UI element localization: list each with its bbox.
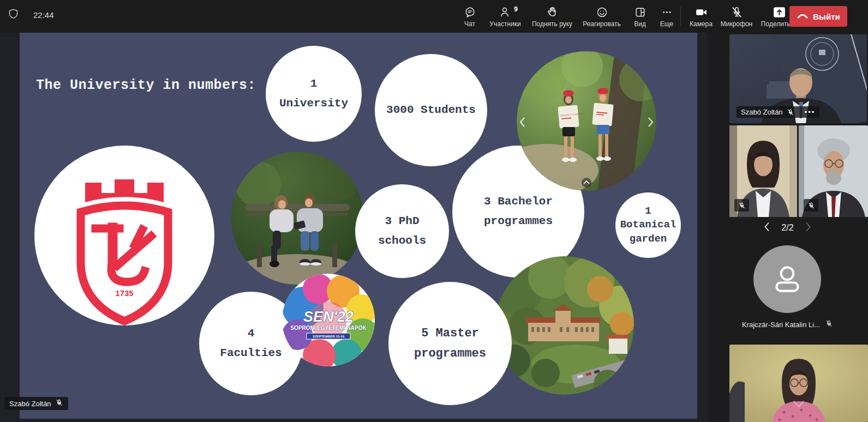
- microphone-button[interactable]: Микрофон: [717, 0, 756, 33]
- stat-faculties: 4 Faculties: [220, 324, 282, 363]
- stat-phd: 3 PhD schools: [378, 212, 426, 250]
- avatar[interactable]: [753, 245, 821, 313]
- stat-circle-master: 5 Master programmes: [388, 282, 512, 405]
- stat-university: 1 University: [279, 74, 348, 113]
- slide-title: The University in numbers:: [36, 77, 256, 93]
- stat-students: 3000 Students: [386, 100, 476, 120]
- clock: 22:44: [33, 10, 54, 20]
- react-button[interactable]: Реагировать: [577, 0, 626, 33]
- presenter-name: Szabó Zoltán: [9, 400, 51, 408]
- avatar-participant-name: Krajczár-Sári Katalin Li...: [742, 321, 820, 329]
- person-icon: [769, 261, 805, 297]
- sopron-crest-icon: 1735: [34, 146, 214, 325]
- device-buttons: Камера Микрофон: [685, 0, 802, 33]
- participants-sidebar: Szabó Zoltán •••: [707, 33, 868, 422]
- camera-icon: [695, 5, 708, 19]
- toolbar-divider: [680, 7, 681, 26]
- shield-icon: [8, 8, 19, 22]
- react-label: Реагировать: [583, 20, 621, 28]
- sen-dates: SZEPTEMBER 15-16: [313, 335, 345, 338]
- smiley-icon: [596, 5, 608, 19]
- mic-off-icon: [730, 5, 744, 19]
- raise-hand-icon: [546, 5, 559, 19]
- chat-label: Чат: [464, 20, 475, 28]
- mic-off-icon: [55, 399, 63, 408]
- layout-grid-icon: [634, 5, 646, 19]
- pager-prev-icon[interactable]: [763, 222, 770, 234]
- mic-off-chip: [734, 199, 749, 212]
- stat-botanical: 1 Botanical garden: [620, 204, 677, 246]
- leave-button[interactable]: Выйти: [789, 6, 847, 27]
- video-tile-szabo-zoltan[interactable]: Szabó Zoltán •••: [729, 34, 867, 123]
- photo-students-bags: UNIVERSITY OF SOPRON: [517, 51, 656, 191]
- camera-label: Камера: [690, 20, 713, 28]
- view-button[interactable]: Вид: [626, 0, 654, 33]
- raise-hand-label: Поднять руку: [532, 20, 572, 28]
- pager-next-icon[interactable]: [805, 222, 812, 234]
- mic-off-icon: [825, 319, 833, 329]
- hangup-icon: [797, 12, 809, 21]
- microphone-label: Микрофон: [721, 20, 752, 28]
- sen-subtitle: SOPRONI EGYETEMI NAPOK: [290, 325, 367, 331]
- stat-circle-botanical: 1 Botanical garden: [615, 192, 681, 258]
- status-left: 22:44: [8, 8, 54, 22]
- participants-count-badge: 9: [514, 5, 518, 13]
- top-toolbar: 22:44 Чат 9 Участники: [0, 0, 868, 33]
- tile-more-icon[interactable]: •••: [805, 108, 816, 116]
- university-logo-circle: 1735: [34, 146, 214, 325]
- mic-off-icon: [787, 108, 794, 116]
- chat-button[interactable]: Чат: [456, 0, 483, 33]
- sen22-badge-circle: SEN'22 SOPRONI EGYETEMI NAPOK SZEPTEMBER…: [282, 274, 375, 366]
- more-dots-icon: [661, 5, 673, 19]
- share-screen-icon: [772, 5, 787, 19]
- video-tile-participant-2[interactable]: [729, 125, 797, 217]
- view-label: Вид: [634, 20, 646, 28]
- presenter-name-pill: Szabó Zoltán: [4, 397, 68, 410]
- shared-screen-slide: The University in numbers: 1735: [20, 33, 697, 419]
- sen-title: SEN'22: [303, 309, 354, 325]
- camera-button[interactable]: Камера: [685, 0, 717, 33]
- leave-label: Выйти: [813, 12, 840, 21]
- mic-off-chip: [804, 199, 818, 212]
- stat-master: 5 Master programmes: [414, 323, 486, 364]
- toolbar-buttons: Чат 9 Участники: [456, 0, 680, 33]
- raise-hand-button[interactable]: Поднять руку: [527, 0, 577, 33]
- tile-name-pill: Szabó Zoltán •••: [737, 106, 819, 118]
- stat-circle-university: 1 University: [266, 46, 362, 142]
- avatar-participant-row: Krajczár-Sári Katalin Li...: [707, 319, 868, 329]
- stat-circle-phd: 3 PhD schools: [355, 184, 449, 278]
- gallery-pager: 2/2: [707, 222, 868, 234]
- photo-students-bench: [231, 152, 364, 285]
- stage: The University in numbers: 1735: [0, 33, 868, 422]
- stat-bachelor: 3 Bachelor programmes: [484, 192, 553, 231]
- logo-year: 1735: [115, 288, 133, 298]
- chat-icon: [464, 5, 476, 19]
- video-tile-participant-3[interactable]: [799, 125, 868, 217]
- stat-circle-students: 3000 Students: [375, 54, 487, 166]
- participants-icon: 9: [499, 5, 512, 19]
- tile-participant-name: Szabó Zoltán: [741, 108, 783, 116]
- video-tile-participant-4[interactable]: [729, 345, 868, 422]
- more-button[interactable]: Еще: [654, 0, 680, 33]
- meeting-window: 22:44 Чат 9 Участники: [0, 0, 868, 422]
- participants-button[interactable]: 9 Участники: [483, 0, 527, 33]
- more-label: Еще: [660, 20, 673, 28]
- pager-count: 2/2: [781, 223, 793, 233]
- photo-campus-aerial: [495, 256, 634, 395]
- participants-label: Участники: [489, 20, 520, 28]
